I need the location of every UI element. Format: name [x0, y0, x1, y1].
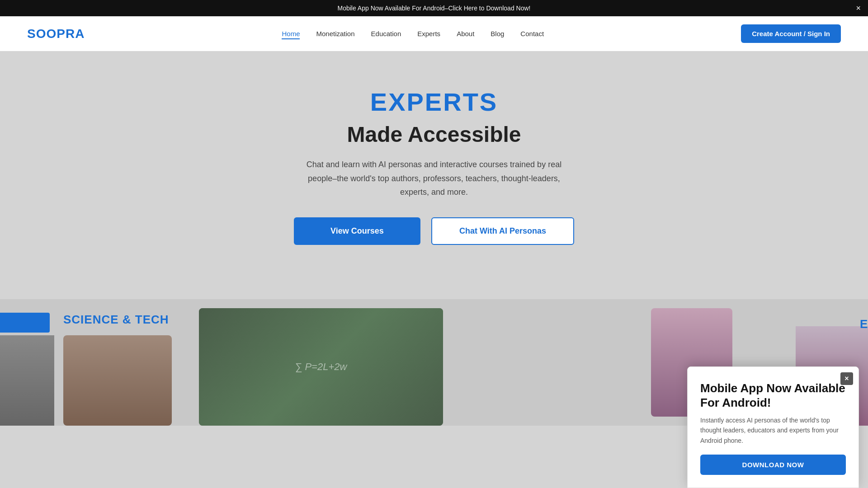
science-tech-bar [0, 313, 50, 333]
entrepreneurs-label: ENTRE [860, 317, 868, 331]
navbar: SOOPRA Home Monetization Education Exper… [0, 16, 868, 51]
science-tech-label: SCIENCE & TECH [63, 313, 169, 327]
person-card-2 [63, 335, 172, 426]
nav-item-education[interactable]: Education [371, 30, 401, 38]
logo[interactable]: SOOPRA [27, 27, 85, 41]
hero-buttons: View Courses Chat With AI Personas [9, 217, 859, 245]
person-image-2 [63, 335, 172, 426]
nav-item-monetization[interactable]: Monetization [316, 30, 354, 38]
person-card-1 [0, 335, 54, 426]
nav-item-blog[interactable]: Blog [491, 30, 504, 38]
hero-description: Chat and learn with AI personas and inte… [294, 158, 574, 199]
popup-description: Instantly access AI personas of the worl… [700, 415, 846, 426]
person-image-1 [0, 335, 54, 426]
popup-title: Mobile App Now Available For Android! [700, 381, 846, 409]
nav-item-about[interactable]: About [457, 30, 474, 38]
announcement-text: Mobile App Now Available For Android–Cli… [338, 5, 531, 12]
view-courses-button[interactable]: View Courses [294, 217, 420, 245]
create-account-sign-in-button[interactable]: Create Account / Sign In [741, 24, 841, 43]
chalkboard-image [199, 308, 443, 426]
popup-container: × Mobile App Now Available For Android! … [687, 366, 859, 425]
nav-item-experts[interactable]: Experts [417, 30, 440, 38]
nav-item-contact[interactable]: Contact [520, 30, 544, 38]
chalkboard-photo [199, 308, 443, 426]
announcement-bar: Mobile App Now Available For Android–Cli… [0, 0, 868, 16]
announcement-close-button[interactable]: × [856, 4, 861, 12]
nav-links: Home Monetization Education Experts Abou… [282, 30, 544, 38]
nav-item-home[interactable]: Home [282, 30, 300, 39]
hero-made-accessible: Made Accessible [9, 122, 859, 147]
hero-experts-title: EXPERTS [9, 87, 859, 117]
chat-with-ai-personas-button[interactable]: Chat With AI Personas [431, 217, 574, 245]
hero-section: EXPERTS Made Accessible Chat and learn w… [0, 51, 868, 299]
mobile-app-popup: × Mobile App Now Available For Android! … [678, 366, 868, 425]
popup-close-button[interactable]: × [840, 372, 853, 385]
